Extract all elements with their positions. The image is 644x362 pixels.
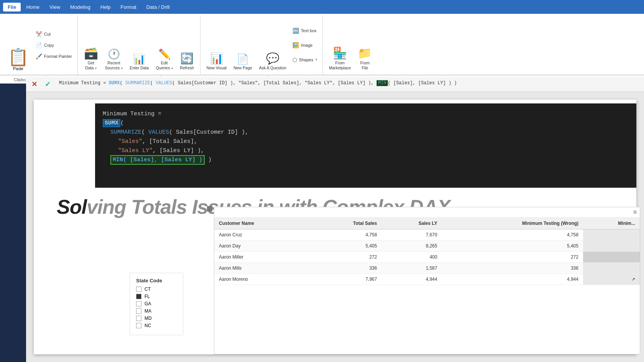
- state-item-nc[interactable]: NC: [136, 323, 177, 328]
- state-item-ga[interactable]: GA: [136, 301, 177, 306]
- state-item-fl[interactable]: FL: [136, 294, 177, 299]
- dax-line-2: SUMX(: [103, 119, 629, 128]
- col-header-sales-ly[interactable]: Sales LY: [381, 218, 442, 229]
- table-row[interactable]: Aaron Cruz 4,758 7,670 4,758: [214, 229, 640, 241]
- cell-min-wrong-3: 336: [442, 263, 583, 274]
- state-label-md: MD: [145, 316, 152, 321]
- menu-item-file[interactable]: File: [3, 3, 21, 11]
- dax-line-4: "Sales", [Total Sales],: [118, 137, 629, 146]
- from-file-label: FromFile: [360, 61, 370, 71]
- menu-item-modeling[interactable]: Modeling: [66, 3, 95, 11]
- dax-line-5: "Sales LY", [Sales LY] ),: [118, 146, 629, 156]
- dax-editor[interactable]: Minimum Testing = SUMX( SUMMARIZE( VALUE…: [95, 103, 636, 188]
- formula-confirm-button[interactable]: ✓: [43, 79, 53, 89]
- menu-item-format[interactable]: Format: [116, 3, 141, 11]
- main-canvas: Minimum Testing = SUMX( SUMMARIZE( VALUE…: [26, 92, 644, 362]
- report-page: Minimum Testing = SUMX( SUMMARIZE( VALUE…: [34, 100, 636, 354]
- state-item-ma[interactable]: MA: [136, 308, 177, 314]
- paste-button[interactable]: 📋 Paste: [5, 17, 32, 73]
- cell-min-3: [583, 263, 640, 274]
- ask-question-button[interactable]: 💬 Ask A Question: [256, 17, 289, 73]
- state-checkbox-fl[interactable]: [136, 294, 141, 299]
- ribbon-area: 📋 Paste ✂️ Cut 📄 Copy 🖌️ Format Painter: [0, 14, 644, 84]
- formula-input[interactable]: Minimum Testing = SUMX( SUMMARIZE( VALUE…: [56, 79, 641, 90]
- state-checkbox-nc[interactable]: [136, 323, 141, 328]
- cell-total-sales-2: 272: [310, 252, 381, 263]
- ask-question-label: Ask A Question: [259, 66, 286, 71]
- copy-button[interactable]: 📄 Copy: [33, 40, 74, 51]
- table-row[interactable]: Aaron Moreno 7,967 4,944 4,944 ↗: [214, 274, 640, 285]
- shapes-button[interactable]: ⬡ Shapes ▾: [290, 53, 319, 67]
- cell-name-3: Aaron Mills: [214, 263, 310, 274]
- cell-total-sales-0: 4,758: [310, 229, 381, 241]
- new-page-button[interactable]: 📄 New Page: [230, 17, 255, 73]
- table-row[interactable]: Aaron Day 5,405 8,265 5,405: [214, 241, 640, 252]
- insert-subgroup: 🔤 Text box 🖼️ Image ⬡ Shapes ▾: [290, 17, 319, 73]
- new-page-icon: 📄: [237, 54, 249, 64]
- menu-item-data-drill[interactable]: Data / Drill: [142, 3, 174, 11]
- formula-bar: ✕ ✓ Minimum Testing = SUMX( SUMMARIZE( V…: [26, 77, 644, 92]
- state-label-fl: FL: [145, 294, 150, 299]
- menu-bar: File Home View Modeling Help Format Data…: [0, 0, 644, 14]
- from-file-icon: 📁: [358, 48, 372, 59]
- cell-min-wrong-0: 4,758: [442, 229, 583, 241]
- table-menu-icon[interactable]: ≡: [633, 209, 637, 216]
- cut-button[interactable]: ✂️ Cut: [33, 29, 74, 39]
- recent-sources-icon: 🕐: [108, 49, 120, 59]
- edit-queries-icon: ✏️: [158, 49, 171, 59]
- edit-queries-label: EditQueries ▾: [156, 61, 173, 71]
- image-label: Image: [301, 43, 313, 48]
- state-checkbox-ct[interactable]: [136, 287, 141, 292]
- menu-item-home[interactable]: Home: [21, 3, 44, 11]
- state-checkbox-ma[interactable]: [136, 308, 141, 314]
- col-header-min-wrong[interactable]: Minimum Testing (Wrong): [442, 218, 583, 229]
- col-header-customer-name[interactable]: Customer Name: [214, 218, 310, 229]
- table-header-bar: ≡: [214, 207, 640, 218]
- dax-line-6: MIN( [Sales], [Sales LY] ) ): [110, 156, 629, 165]
- from-marketplace-label: FromMarketplace: [329, 61, 351, 71]
- paste-icon: 📋: [8, 49, 29, 66]
- from-marketplace-button[interactable]: 🏪 FromMarketplace: [326, 17, 354, 73]
- get-data-button[interactable]: 🗃️ GetData ▾: [81, 17, 101, 73]
- edit-queries-button[interactable]: ✏️ EditQueries ▾: [153, 17, 176, 73]
- menu-item-help[interactable]: Help: [96, 3, 115, 11]
- cell-min-wrong-2: 272: [442, 252, 583, 263]
- from-file-button[interactable]: 📁 FromFile: [355, 17, 375, 73]
- cell-min-0: [583, 229, 640, 241]
- state-label-nc: NC: [145, 323, 151, 328]
- table-resize-handle[interactable]: [207, 206, 212, 211]
- state-checkbox-md[interactable]: [136, 316, 141, 321]
- table-row[interactable]: Aaron Miller 272 400 272: [214, 252, 640, 263]
- textbox-button[interactable]: 🔤 Text box: [290, 24, 319, 38]
- state-item-md[interactable]: MD: [136, 316, 177, 321]
- get-data-label: GetData ▾: [85, 61, 97, 71]
- state-checkbox-ga[interactable]: [136, 301, 141, 306]
- cell-sales-ly-1: 8,265: [381, 241, 442, 252]
- recent-sources-button[interactable]: 🕐 RecentSources ▾: [102, 17, 126, 73]
- cell-name-0: Aaron Cruz: [214, 229, 310, 241]
- col-header-total-sales[interactable]: Total Sales: [310, 218, 381, 229]
- cell-total-sales-1: 5,405: [310, 241, 381, 252]
- state-item-ct[interactable]: CT: [136, 287, 177, 292]
- paste-label: Paste: [13, 66, 23, 71]
- enter-data-button[interactable]: 📊 Enter Data: [127, 17, 152, 73]
- cell-min-wrong-4: 4,944: [442, 274, 583, 285]
- image-button[interactable]: 🖼️ Image: [290, 38, 319, 52]
- shapes-label: Shapes: [299, 57, 313, 62]
- textbox-label: Text box: [301, 28, 317, 33]
- shapes-chevron: ▾: [315, 58, 317, 61]
- menu-item-view[interactable]: View: [45, 3, 65, 11]
- table-row[interactable]: Aaron Mills 336 1,587 336: [214, 263, 640, 274]
- dax-sumx-highlighted: SUMX: [103, 119, 120, 127]
- cell-name-2: Aaron Miller: [214, 252, 310, 263]
- ribbon-top: 📋 Paste ✂️ Cut 📄 Copy 🖌️ Format Painter: [0, 14, 644, 75]
- from-marketplace-icon: 🏪: [333, 48, 347, 59]
- formula-cancel-button[interactable]: ✕: [29, 79, 39, 89]
- format-painter-button[interactable]: 🖌️ Format Painter: [33, 51, 74, 62]
- dax-summarize: SUMMARIZE: [110, 129, 141, 136]
- refresh-button[interactable]: 🔄 Refresh: [177, 17, 197, 73]
- get-data-icon: 🗃️: [84, 48, 98, 59]
- state-label-ma: MA: [145, 308, 151, 314]
- new-visual-button[interactable]: 📊 New Visual: [204, 17, 230, 73]
- col-header-min[interactable]: Minim...: [583, 218, 640, 229]
